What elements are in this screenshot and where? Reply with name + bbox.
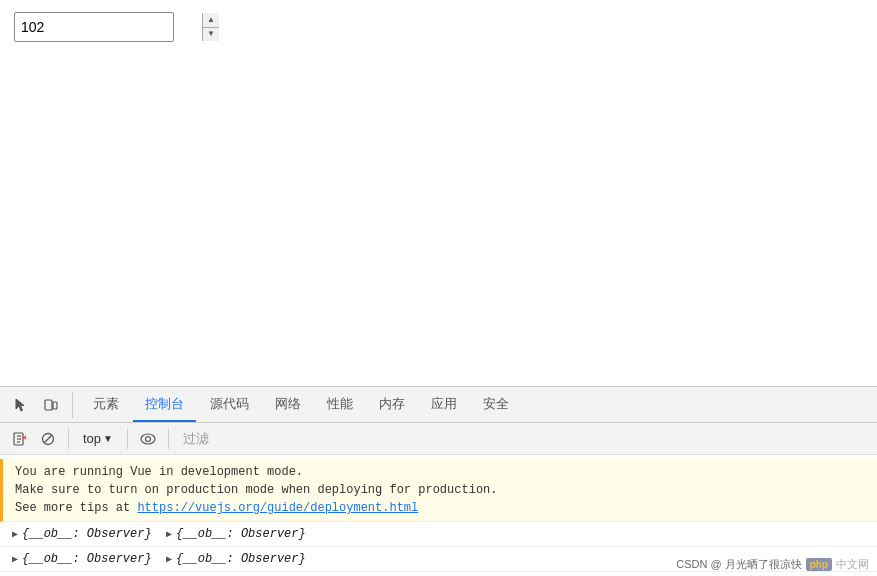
- block-icon: [41, 432, 55, 446]
- obj-text-1a: {__ob__: Observer}: [22, 527, 152, 541]
- toolbar-separator: [68, 429, 69, 449]
- warning-line-1: You are running Vue in development mode.: [15, 465, 303, 479]
- top-dropdown[interactable]: top ▼: [77, 429, 119, 448]
- warning-line-2: Make sure to turn on production mode whe…: [15, 483, 497, 497]
- block-icon-button[interactable]: [36, 427, 60, 451]
- svg-rect-0: [45, 400, 52, 410]
- svg-line-9: [44, 435, 52, 443]
- php-badge: php: [806, 558, 832, 571]
- toolbar-separator-3: [168, 429, 169, 449]
- eye-icon: [140, 433, 156, 445]
- svg-point-11: [145, 436, 150, 441]
- tab-elements[interactable]: 元素: [81, 387, 131, 422]
- number-input-wrapper: ▲ ▼: [14, 12, 174, 42]
- cursor-icon-button[interactable]: [8, 392, 34, 418]
- number-input[interactable]: [15, 17, 202, 37]
- spin-buttons: ▲ ▼: [202, 13, 219, 41]
- obj-text-2b: {__ob__: Observer}: [176, 552, 306, 566]
- device-icon: [43, 397, 59, 413]
- top-area: ▲ ▼: [0, 0, 877, 300]
- toolbar-separator-2: [127, 429, 128, 449]
- tab-performance[interactable]: 性能: [315, 387, 365, 422]
- tab-memory[interactable]: 内存: [367, 387, 417, 422]
- svg-point-10: [141, 434, 155, 444]
- console-toolbar: top ▼: [0, 423, 877, 455]
- expand-arrow-2b[interactable]: ▶: [166, 553, 172, 565]
- log-row-1[interactable]: ▶ {__ob__: Observer} ▶ {__ob__: Observer…: [0, 522, 877, 547]
- expand-arrow-2[interactable]: ▶: [12, 553, 18, 565]
- watermark: CSDN @ 月光晒了很凉快 php 中文网: [676, 557, 869, 572]
- eye-icon-button[interactable]: [136, 427, 160, 451]
- tab-sources[interactable]: 源代码: [198, 387, 261, 422]
- obj-text-1b: {__ob__: Observer}: [176, 527, 306, 541]
- clear-icon: [13, 432, 27, 446]
- svg-rect-1: [53, 402, 57, 409]
- clear-console-button[interactable]: [8, 427, 32, 451]
- expand-arrow-1[interactable]: ▶: [12, 528, 18, 540]
- expand-arrow-1b[interactable]: ▶: [166, 528, 172, 540]
- site-label: 中文网: [836, 557, 869, 572]
- cursor-icon: [13, 397, 29, 413]
- tab-security[interactable]: 安全: [471, 387, 521, 422]
- tab-list: 元素 控制台 源代码 网络 性能 内存 应用 安全: [81, 387, 521, 422]
- spin-down-button[interactable]: ▼: [203, 28, 219, 42]
- tab-icon-group: [8, 392, 73, 418]
- deployment-link[interactable]: https://vuejs.org/guide/deployment.html: [137, 501, 418, 515]
- devtools-tab-bar: 元素 控制台 源代码 网络 性能 内存 应用 安全: [0, 387, 877, 423]
- tab-application[interactable]: 应用: [419, 387, 469, 422]
- top-label: top: [83, 431, 101, 446]
- tab-network[interactable]: 网络: [263, 387, 313, 422]
- obj-text-2a: {__ob__: Observer}: [22, 552, 152, 566]
- tab-console[interactable]: 控制台: [133, 387, 196, 422]
- warning-line-3: See more tips at: [15, 501, 137, 515]
- device-icon-button[interactable]: [38, 392, 64, 418]
- dropdown-arrow-icon: ▼: [103, 433, 113, 444]
- filter-input[interactable]: [177, 429, 869, 448]
- devtools-panel: 元素 控制台 源代码 网络 性能 内存 应用 安全: [0, 386, 877, 576]
- spin-up-button[interactable]: ▲: [203, 13, 219, 28]
- csdn-label: CSDN @ 月光晒了很凉快: [676, 557, 801, 572]
- vue-warning-message: You are running Vue in development mode.…: [0, 459, 877, 522]
